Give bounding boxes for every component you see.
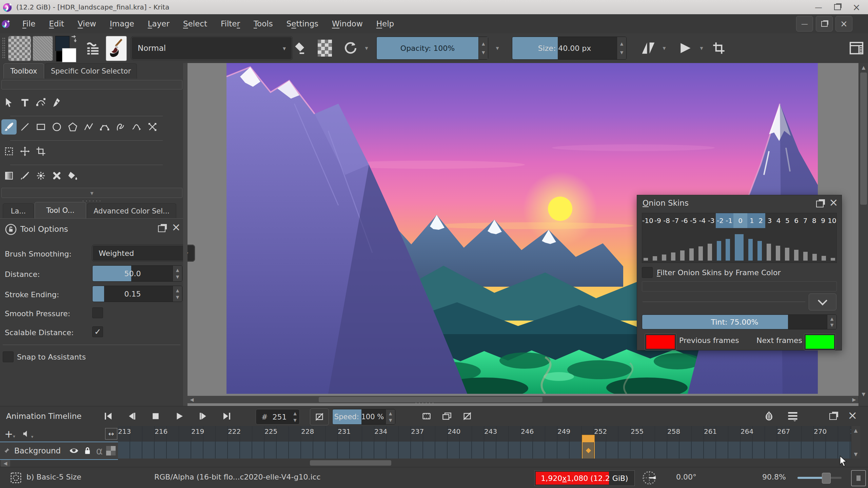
workspace-chooser-button[interactable] — [847, 39, 866, 58]
ruler-label-237[interactable]: 237 — [411, 427, 423, 435]
onion-frame-toggle-2[interactable]: 2 — [756, 213, 765, 228]
ruler-label-228[interactable]: 228 — [301, 427, 313, 435]
onion-frame-toggle--7[interactable]: -7 — [671, 213, 680, 228]
onion-opacity-bar-10[interactable] — [831, 258, 835, 261]
tool-colorize-mask[interactable] — [33, 168, 48, 183]
frame-color-filter-band[interactable] — [642, 281, 837, 291]
scroll-right-icon[interactable]: ▶ — [850, 396, 858, 403]
menu-item-window[interactable]: Window — [325, 19, 370, 28]
window-minimize-button[interactable]: — — [809, 1, 828, 13]
ruler-label-225[interactable]: 225 — [264, 427, 277, 435]
opacity-options-caret[interactable]: ▾ — [492, 43, 502, 53]
onion-frame-toggle-0[interactable]: 0 — [733, 213, 747, 228]
onion-frame-toggle-4[interactable]: 4 — [774, 213, 783, 228]
onion-frame-toggle-10[interactable]: 10 — [828, 213, 836, 228]
zoom-slider-handle[interactable] — [822, 473, 831, 484]
onion-frame-toggle--5[interactable]: -5 — [689, 213, 698, 228]
toolbox-expand-bar[interactable]: ▾ — [1, 188, 182, 198]
ruler-label-261[interactable]: 261 — [704, 427, 716, 435]
window-restore-button[interactable] — [828, 1, 847, 13]
previous-frame-button[interactable] — [124, 409, 140, 424]
onion-frame-toggle-7[interactable]: 7 — [801, 213, 810, 228]
colorspace-status[interactable]: RGB/Alpha (16-bit flo...c2020-elle-V4-g1… — [154, 473, 321, 481]
onion-opacity-bar--2[interactable] — [717, 241, 721, 261]
ruler-label-222[interactable]: 222 — [228, 427, 240, 435]
menu-item-select[interactable]: Select — [176, 19, 214, 28]
window-close-button[interactable]: × — [847, 1, 866, 13]
layer-list-scroll-left[interactable]: ◀ — [1, 460, 10, 467]
onion-frame-toggle--2[interactable]: -2 — [716, 213, 725, 228]
tab-layers[interactable]: La... — [3, 203, 34, 219]
onion-frame-toggle--6[interactable]: -6 — [680, 213, 689, 228]
ruler-label-246[interactable]: 246 — [521, 427, 533, 435]
onion-opacity-bar-4[interactable] — [776, 246, 780, 261]
distance-slider[interactable]: 50.0 ▲▼ — [92, 265, 182, 282]
tool-multibrush[interactable] — [145, 119, 160, 135]
reload-options-caret[interactable]: ▾ — [361, 43, 372, 53]
background-color-swatch-white[interactable] — [62, 48, 76, 62]
tool-gradient[interactable] — [1, 168, 17, 183]
onion-frame-toggle--9[interactable]: -9 — [653, 213, 662, 228]
layer-visible-icon[interactable] — [69, 446, 79, 456]
foreground-background-colors[interactable] — [55, 35, 78, 61]
timeline-ruler[interactable]: 2132162192222252282312342372402432462492… — [118, 426, 851, 442]
playback-speed-slider[interactable]: Speed: 100 % ▲▼ — [332, 409, 395, 425]
ruler-label-255[interactable]: 255 — [631, 427, 643, 435]
onion-frame-toggle-1[interactable]: 1 — [747, 213, 756, 228]
mirror-vertical-button[interactable] — [676, 39, 695, 58]
canvas-v-scroll-handle[interactable] — [860, 73, 867, 205]
brush-preset-status[interactable]: b) Basic-5 Size — [26, 473, 81, 481]
frames-h-scrollbar[interactable] — [118, 459, 851, 467]
play-button[interactable] — [172, 409, 187, 424]
onion-frame-toggle--4[interactable]: -4 — [698, 213, 707, 228]
onion-frame-toggle--10[interactable]: -10 — [642, 213, 653, 228]
onion-opacity-bar-7[interactable] — [803, 252, 808, 261]
tool-calligraphy[interactable] — [49, 95, 64, 110]
opacity-slider[interactable]: Opacity: 100% ▲▼ — [376, 37, 488, 60]
ruler-label-270[interactable]: 270 — [814, 427, 826, 435]
reload-preset-button[interactable] — [341, 39, 360, 58]
snap-to-assistants-checkbox[interactable] — [3, 351, 14, 362]
onion-opacity-bars[interactable] — [642, 228, 836, 263]
onion-opacity-bar--3[interactable] — [708, 244, 712, 261]
current-frame-spinbox[interactable]: # 251 ▲▼ — [256, 409, 300, 425]
ruler-label-234[interactable]: 234 — [374, 427, 387, 435]
onion-frame-toggle-8[interactable]: 8 — [810, 213, 818, 228]
onion-frame-toggle-9[interactable]: 9 — [818, 213, 827, 228]
mirror-horizontal-caret[interactable]: ▾ — [660, 43, 669, 53]
frames-scroll-up[interactable]: ▲ — [851, 426, 860, 435]
onion-opacity-bar--8[interactable] — [662, 255, 666, 261]
rotation-value[interactable]: 0.00° — [676, 473, 696, 481]
filter-by-frame-color-checkbox[interactable] — [642, 267, 653, 278]
frames-v-scrollbar[interactable]: ▲ ▼ — [851, 426, 860, 459]
selection-mode-icon[interactable] — [9, 471, 22, 484]
menu-item-image[interactable]: Image — [103, 19, 141, 28]
edit-brush-settings-button[interactable] — [106, 36, 127, 61]
distance-spinner[interactable]: ▲▼ — [173, 266, 182, 281]
tool-polyline[interactable] — [81, 119, 96, 135]
timeline-frames-row[interactable] — [118, 442, 851, 459]
panel-canvas-splitter[interactable] — [183, 63, 188, 406]
ruler-label-267[interactable]: 267 — [777, 427, 789, 435]
tab-specific-color-selector[interactable]: Specific Color Selector — [45, 63, 137, 79]
scalable-distance-checkbox[interactable]: ✓ — [92, 326, 103, 337]
tool-select[interactable] — [1, 95, 17, 110]
menu-item-tools[interactable]: Tools — [247, 19, 280, 28]
tool-move[interactable] — [17, 144, 33, 159]
tool-color-sampler[interactable] — [17, 168, 33, 183]
current-frame-cell[interactable] — [582, 442, 595, 459]
canvas-h-scrollbar[interactable]: ◀ ▶ — [188, 396, 859, 403]
mirror-horizontal-button[interactable] — [639, 39, 658, 58]
pattern-chooser-button[interactable] — [33, 36, 53, 61]
brush-presets-button[interactable] — [83, 38, 102, 58]
ruler-label-258[interactable]: 258 — [667, 427, 679, 435]
tool-rectangle[interactable] — [33, 119, 48, 135]
gradient-chooser-button[interactable] — [8, 36, 31, 61]
toolbar-grip[interactable] — [2, 37, 5, 59]
tool-crop[interactable] — [33, 144, 48, 159]
canvas-h-scroll-handle[interactable] — [319, 397, 542, 402]
trim-canvas-button[interactable] — [709, 39, 728, 58]
tab-advanced-color-selector[interactable]: Advanced Color Sel... — [87, 203, 176, 219]
skip-to-start-button[interactable] — [100, 409, 116, 424]
swap-colors-icon[interactable] — [70, 35, 78, 44]
